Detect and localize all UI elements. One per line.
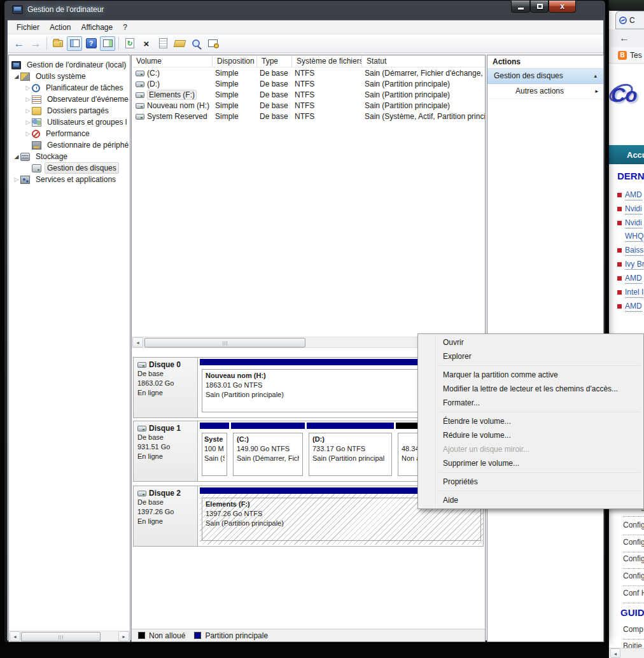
news-link[interactable]: Nvidi — [617, 204, 642, 213]
tree-horizontal-scrollbar[interactable]: ◂ ▸ — [9, 631, 130, 641]
expander-expanded-icon[interactable] — [13, 153, 20, 160]
properties-button[interactable] — [155, 36, 171, 51]
tree-item-observateur[interactable]: Observateur d'événeme — [9, 94, 130, 105]
help-button[interactable]: ? — [83, 36, 99, 51]
browser-back-icon[interactable]: ← — [619, 32, 629, 44]
menu-supprimer-volume[interactable]: Supprimer le volume... — [419, 456, 642, 470]
minimize-button[interactable] — [511, 1, 530, 13]
menu-formater[interactable]: Formater... — [419, 396, 642, 410]
up-one-level-button[interactable]: ↑ — [50, 36, 66, 51]
scrollbar-thumb[interactable] — [21, 632, 101, 641]
tree-item-planificateur[interactable]: Planificateur de tâches — [9, 82, 130, 94]
config-link[interactable]: Config — [623, 538, 644, 552]
menu-modifier-lettre[interactable]: Modifier la lettre de lecteur et les che… — [419, 382, 642, 396]
site-logo[interactable]: Co — [611, 84, 637, 107]
news-link[interactable]: AMD — [617, 190, 642, 199]
config-link[interactable]: Config — [623, 521, 644, 535]
tree-item-performance[interactable]: Performance — [9, 128, 130, 139]
volume-row-c[interactable]: (C:) Simple De base NTFS Sain (Démarrer,… — [132, 68, 485, 79]
scrollbar-thumb[interactable] — [144, 338, 305, 347]
volume-row-elements[interactable]: Elements (F:) Simple De base NTFS Sain (… — [132, 90, 485, 101]
service-config-button[interactable] — [205, 36, 220, 51]
column-fs[interactable]: Système de fichiers — [292, 55, 362, 67]
config-link[interactable]: Config — [623, 554, 644, 569]
tree-item-label: Performance — [43, 128, 92, 139]
config-link[interactable]: Config — [623, 571, 644, 586]
toolbar-separator — [118, 37, 119, 50]
volume-row-system-reserved[interactable]: System Reserved Simple De base NTFS Sain… — [132, 111, 485, 122]
actions-autres-actions[interactable]: Autres actions ▸ — [487, 84, 603, 99]
delete-button[interactable]: × — [139, 36, 154, 51]
tree-item-utilisateurs[interactable]: Utilisateurs et groupes l — [9, 116, 130, 128]
tree-item-outils-systeme[interactable]: Outils système — [9, 71, 130, 82]
storage-icon — [20, 153, 30, 161]
restore-button[interactable] — [530, 1, 549, 13]
menu-reduire-volume[interactable]: Réduire le volume... — [419, 428, 642, 442]
tree-item-gestion-des-disques[interactable]: Gestion des disques — [9, 162, 130, 174]
column-disposition[interactable]: Disposition — [213, 55, 257, 67]
nav-home-link[interactable]: Accu — [627, 150, 644, 160]
volume-row-d[interactable]: (D:) Simple De base NTFS Sain (Partition… — [132, 79, 485, 90]
menu-etendre-volume[interactable]: Étendre le volume... — [419, 414, 642, 428]
news-link[interactable]: Nvidi — [617, 218, 642, 227]
partition-d[interactable]: (D:) 733.17 Go NTFS Sain (Partition prin… — [307, 423, 394, 480]
scroll-left-arrow[interactable]: ◂ — [132, 337, 143, 347]
refresh-button[interactable] — [122, 36, 137, 51]
tree-item-services-applications[interactable]: Services et applications — [9, 174, 130, 185]
find-button[interactable] — [188, 36, 204, 51]
tree-item-dossiers-partages[interactable]: Dossiers partagés — [9, 105, 130, 116]
scroll-right-arrow[interactable]: ▸ — [118, 631, 129, 641]
open-button[interactable] — [172, 36, 187, 51]
site-favicon-icon — [619, 17, 627, 24]
menu-explorer[interactable]: Explorer — [419, 349, 642, 363]
actions-group-gestion-des-disques[interactable]: Gestion des disques ▴ — [487, 69, 603, 84]
menu-marquer-active[interactable]: Marquer la partition comme active — [419, 368, 642, 382]
expander-collapsed-icon[interactable] — [24, 96, 32, 102]
close-button[interactable]: x — [549, 1, 576, 13]
column-statut[interactable]: Statut — [362, 55, 486, 67]
disk2-header[interactable]: Disque 2 De base 1397.26 Go En ligne — [134, 486, 198, 546]
news-link[interactable]: Baiss — [617, 246, 643, 255]
expander-collapsed-icon[interactable] — [24, 108, 32, 114]
news-link[interactable]: AMD — [617, 274, 642, 283]
partition-c[interactable]: (C:) 149.90 Go NTFS Sain (Démarrer, Fich… — [231, 423, 305, 480]
guide-link[interactable]: Comp — [623, 625, 644, 640]
menu-affichage[interactable]: Affichage — [76, 21, 118, 34]
expander-expanded-icon[interactable] — [13, 73, 20, 80]
news-link[interactable]: Intel I — [617, 288, 643, 297]
column-type[interactable]: Type — [257, 55, 292, 67]
config-link[interactable]: Conf H — [623, 589, 644, 603]
volume-row-nouveau-nom[interactable]: Nouveau nom (H:) Simple De base NTFS Sai… — [132, 101, 485, 111]
column-volume[interactable]: Volume — [132, 55, 213, 67]
show-console-tree-button[interactable] — [67, 36, 82, 51]
show-action-pane-button[interactable] — [100, 36, 115, 51]
expander-collapsed-icon[interactable] — [13, 176, 20, 183]
news-link-wrap[interactable]: WHQ — [617, 232, 643, 241]
tree-item-root[interactable]: Gestion de l'ordinateur (local) — [9, 59, 130, 71]
bookmark-label[interactable]: Tes — [630, 51, 642, 60]
browser-horizontal-scrollbar[interactable]: ◂ — [609, 648, 644, 658]
menu-proprietes[interactable]: Propriétés — [419, 475, 642, 489]
expander-collapsed-icon[interactable] — [24, 130, 32, 137]
disk1-header[interactable]: Disque 1 De base 931.51 Go En ligne — [134, 421, 198, 481]
back-button[interactable]: ← — [11, 36, 27, 51]
tree-item-stockage[interactable]: Stockage — [9, 151, 130, 162]
expander-collapsed-icon[interactable] — [24, 85, 32, 91]
menu-action[interactable]: Action — [45, 21, 76, 34]
scroll-left-arrow[interactable]: ◂ — [610, 648, 620, 658]
menu-aide[interactable]: Aide — [419, 493, 642, 507]
expander-collapsed-icon[interactable] — [24, 119, 32, 125]
scroll-left-arrow[interactable]: ◂ — [10, 631, 20, 641]
title-bar[interactable]: Gestion de l'ordinateur x — [4, 1, 605, 20]
browser-tab[interactable]: C — [615, 11, 644, 29]
disk0-header[interactable]: Disque 0 De base 1863.02 Go En ligne — [134, 358, 198, 417]
forward-button[interactable]: → — [28, 36, 43, 51]
menu-ouvrir[interactable]: Ouvrir — [419, 335, 642, 349]
partition-system-reserved[interactable]: Syste 100 M Sain (S — [200, 423, 229, 480]
tree-item-gestionnaire-peripheriques[interactable]: Gestionnaire de périphé — [9, 139, 130, 151]
menu-help[interactable]: ? — [118, 21, 132, 34]
news-link[interactable]: AMD — [617, 302, 642, 311]
news-link[interactable]: Ivy Br — [617, 260, 644, 269]
menu-fichier[interactable]: Fichier — [11, 21, 45, 34]
collapse-chevron-icon[interactable]: ▴ — [594, 69, 597, 83]
